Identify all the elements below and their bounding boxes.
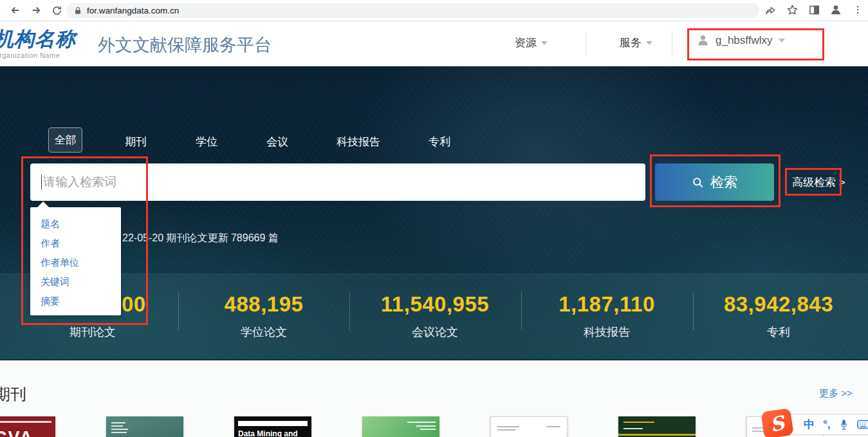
stat-tech-reports: 1,187,110 科技报告 <box>520 274 694 340</box>
chevron-down-icon <box>646 41 652 45</box>
tab-tech-report[interactable]: 科技报告 <box>337 135 380 149</box>
journal-cover[interactable]: JCVA <box>0 416 55 437</box>
chevron-down-icon <box>779 39 785 42</box>
hero-banner: 全部 期刊 学位 会议 科技报告 专利 请输入检索词 检索 高级检索 > 22-… <box>0 66 868 359</box>
dropdown-option-title[interactable]: 题名 <box>30 214 121 234</box>
nav-resources[interactable]: 资源 <box>515 35 548 50</box>
ime-toolbar: S 中 °, <box>779 414 868 435</box>
dropdown-option-author[interactable]: 作者 <box>30 234 121 253</box>
browser-menu-icon[interactable] <box>850 2 865 17</box>
journals-more-link[interactable]: 更多 >> <box>819 387 853 400</box>
stat-label: 期刊论文 <box>6 324 180 340</box>
tab-all[interactable]: 全部 <box>48 127 82 153</box>
stat-label: 会议论文 <box>348 324 522 340</box>
search-placeholder: 请输入检索词 <box>43 174 116 191</box>
side-panel-icon[interactable] <box>806 2 822 17</box>
journal-cover[interactable]: Data Mining and <box>234 416 311 437</box>
advanced-search-link[interactable]: 高级检索 > <box>792 175 845 190</box>
share-icon[interactable] <box>762 2 778 17</box>
org-name: 机构名称 <box>0 26 90 53</box>
nav-divider <box>672 31 672 55</box>
keyboard-icon[interactable] <box>857 420 868 429</box>
tab-journal[interactable]: 期刊 <box>125 135 147 149</box>
search-field-dropdown: 题名 作者 作者单位 关键词 摘要 <box>30 207 121 315</box>
search-button[interactable]: 检索 <box>655 163 774 201</box>
browser-forward-icon[interactable] <box>28 3 44 18</box>
sogou-logo-icon[interactable]: S <box>761 408 793 437</box>
profile-avatar-icon[interactable] <box>828 2 844 17</box>
address-bar[interactable]: for.wanfangdata.com.cn <box>66 3 759 18</box>
search-icon <box>692 176 704 189</box>
stat-value: 83,942,843 <box>692 292 865 317</box>
tab-conference[interactable]: 会议 <box>266 135 288 149</box>
stat-value: 1,187,110 <box>520 292 694 317</box>
journals-section: 期刊 更多 >> JCVA Data Mining and <box>0 359 868 437</box>
org-logo: 机构名称 Organization Name <box>0 26 90 59</box>
user-icon <box>696 33 710 47</box>
microphone-icon[interactable] <box>839 419 849 430</box>
stat-degree-papers: 488,195 学位论文 <box>177 274 351 340</box>
stat-label: 科技报告 <box>520 324 694 340</box>
tab-degree[interactable]: 学位 <box>196 135 217 149</box>
stat-value: 11,540,955 <box>348 292 522 317</box>
nav-divider <box>586 31 586 55</box>
ime-language-toggle[interactable]: 中 <box>804 419 815 430</box>
ime-punctuation-toggle[interactable]: °, <box>823 419 831 430</box>
platform-title: 外文文献保障服务平台 <box>98 33 272 57</box>
browser-chrome: for.wanfangdata.com.cn <box>0 0 868 21</box>
bookmark-star-icon[interactable] <box>784 2 800 17</box>
journal-cover[interactable] <box>106 416 183 437</box>
journal-cover[interactable] <box>618 416 696 437</box>
stats-band: 00 期刊论文 488,195 学位论文 11,540,955 会议论文 1,1… <box>0 274 868 359</box>
page: for.wanfangdata.com.cn 机构名称 Organization… <box>0 0 868 437</box>
stat-label: 学位论文 <box>177 324 351 340</box>
stat-label: 专利 <box>692 324 865 340</box>
user-menu[interactable]: g_hbsffwlxy <box>696 33 785 47</box>
browser-reload-icon[interactable] <box>49 3 64 18</box>
search-input[interactable]: 请输入检索词 <box>30 163 645 201</box>
journal-cover[interactable] <box>490 416 568 437</box>
stat-patents: 83,942,843 专利 <box>692 274 865 340</box>
dropdown-option-keyword[interactable]: 关键词 <box>30 272 121 292</box>
stat-conference-papers: 11,540,955 会议论文 <box>348 274 522 340</box>
nav-services[interactable]: 服务 <box>620 35 652 50</box>
text-cursor <box>41 174 42 190</box>
org-name-en: Organization Name <box>0 51 90 59</box>
user-name: g_hbsffwlxy <box>716 34 773 47</box>
journal-cover-title: Data Mining and <box>238 429 298 437</box>
update-notice: 22-05-20 期刊论文更新 789669 篇 <box>122 232 279 245</box>
lock-icon <box>74 6 82 15</box>
journals-heading: 期刊 <box>0 384 26 405</box>
url-text: for.wanfangdata.com.cn <box>87 6 179 15</box>
stat-value: 488,195 <box>177 292 351 317</box>
journal-cover-title: JCVA <box>0 428 33 437</box>
tab-patent[interactable]: 专利 <box>429 135 450 149</box>
journal-cover[interactable] <box>362 416 439 437</box>
dropdown-option-abstract[interactable]: 摘要 <box>30 292 121 311</box>
dropdown-option-affiliation[interactable]: 作者单位 <box>30 253 121 272</box>
site-header: 机构名称 Organization Name 外文文献保障服务平台 资源 服务 … <box>0 22 868 66</box>
chevron-down-icon <box>541 41 548 45</box>
browser-back-icon[interactable] <box>8 3 23 18</box>
